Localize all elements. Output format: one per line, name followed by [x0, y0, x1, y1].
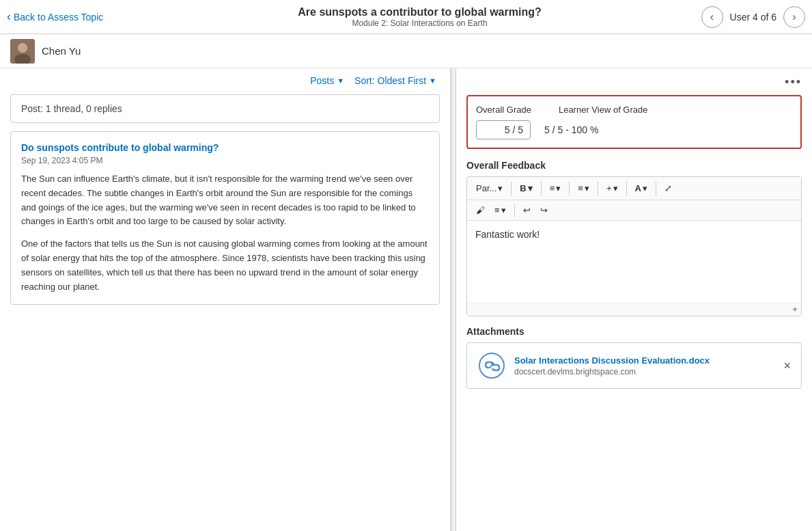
- undo-icon: ↩: [523, 205, 531, 215]
- toolbar-sep-4: [598, 182, 598, 195]
- sort-dropdown-arrow-icon: ▼: [429, 77, 436, 85]
- attachment-close-button[interactable]: ×: [783, 359, 791, 373]
- feedback-editor: Par... ▾ B ▾ ≡ ▾: [466, 176, 802, 316]
- overall-grade-label: Overall Grade: [476, 105, 531, 115]
- sort-filter-button[interactable]: Sort: Oldest First ▼: [354, 75, 436, 86]
- post-date: Sep 19, 2023 4:05 PM: [21, 156, 429, 165]
- post-summary: Post: 1 thread, 0 replies: [10, 94, 440, 123]
- toolbar-group-align: ≡ ▾: [546, 181, 565, 195]
- toolbar-align-button[interactable]: ≡ ▾: [546, 181, 565, 195]
- toolbar-bold-button[interactable]: B ▾: [516, 181, 535, 195]
- left-panel: Posts ▼ Sort: Oldest First ▼ Post: 1 thr…: [0, 68, 451, 531]
- attachment-name-link[interactable]: Solar Interactions Discussion Evaluation…: [514, 355, 775, 366]
- par-label: Par...: [476, 183, 496, 193]
- more-options-icon: •••: [785, 75, 802, 89]
- toolbar-font-button[interactable]: A ▾: [632, 181, 651, 195]
- grade-input[interactable]: [476, 120, 531, 139]
- filter-bar: Posts ▼ Sort: Oldest First ▼: [10, 75, 440, 86]
- toolbar-sep-2: [541, 182, 542, 195]
- more-options-button[interactable]: •••: [785, 75, 802, 90]
- toolbar-sep-1: [511, 182, 512, 195]
- post-summary-text: Post: 1 thread, 0 replies: [21, 103, 122, 114]
- subtitle: Module 2: Solar Interactions on Earth: [143, 18, 696, 28]
- avatar-image: [10, 39, 35, 64]
- toolbar-sep-3: [569, 182, 570, 195]
- right-panel: ••• Overall Grade Learner View of Grade …: [456, 68, 812, 531]
- svg-point-1: [18, 43, 27, 53]
- avatar-svg: [10, 39, 35, 64]
- toolbar-paragraph-button[interactable]: Par... ▾: [473, 181, 506, 195]
- toolbar-sep-7: [514, 204, 515, 217]
- next-user-button[interactable]: ›: [783, 6, 805, 28]
- header: ‹ Back to Assess Topic Are sunspots a co…: [0, 0, 812, 34]
- fullscreen-icon: ⤢: [664, 183, 672, 193]
- sort-label: Sort: Oldest First: [354, 75, 426, 86]
- next-icon: ›: [792, 11, 796, 23]
- back-label: Back to Assess Topic: [14, 12, 103, 23]
- list-dropdown-icon: ▾: [585, 183, 589, 193]
- insert-dropdown-icon: ▾: [613, 183, 618, 193]
- back-to-assess-link[interactable]: ‹ Back to Assess Topic: [7, 10, 143, 24]
- redo-icon: ↪: [540, 205, 548, 215]
- align-dropdown-icon: ▾: [556, 183, 561, 193]
- prev-user-button[interactable]: ‹: [701, 6, 723, 28]
- avatar: [10, 39, 35, 64]
- plus-icon: +: [606, 183, 612, 193]
- toolbar-sep-5: [626, 182, 627, 195]
- attachments-label: Attachments: [466, 326, 802, 337]
- editor-resize-handle[interactable]: ✦: [467, 303, 801, 316]
- header-title-block: Are sunspots a contributor to global war…: [143, 6, 696, 28]
- posts-filter-button[interactable]: Posts ▼: [310, 75, 344, 86]
- toolbar-sep-6: [656, 182, 656, 195]
- post-paragraph-1: The Sun can influence Earth's climate, b…: [21, 172, 429, 229]
- chevron-left-icon: ‹: [7, 10, 11, 24]
- list-icon: ≡: [578, 183, 583, 193]
- paint-icon: 🖌: [476, 205, 485, 215]
- toolbar-fullscreen-button[interactable]: ⤢: [661, 181, 675, 195]
- attachment-url: docscert.devlms.brightspace.com: [514, 367, 636, 377]
- prev-icon: ‹: [710, 11, 714, 23]
- toolbar-insert-button[interactable]: + ▾: [603, 181, 621, 195]
- user-count: User 4 of 6: [730, 12, 776, 23]
- post-body: The Sun can influence Earth's climate, b…: [21, 172, 429, 294]
- toolbar-group-bold: B ▾: [516, 181, 535, 195]
- align-icon: ≡: [550, 183, 555, 193]
- close-icon: ×: [783, 359, 791, 372]
- toolbar-redo-button[interactable]: ↪: [537, 203, 551, 217]
- toolbar-undo-button[interactable]: ↩: [520, 203, 534, 217]
- resize-icon: ✦: [792, 305, 798, 314]
- toolbar-group-font: A ▾: [632, 181, 651, 195]
- toolbar-paint-button[interactable]: 🖌: [473, 203, 488, 217]
- editor-body[interactable]: Fantastic work!: [467, 221, 801, 303]
- font-dropdown-icon: ▾: [643, 183, 647, 193]
- toolbar-group-list: ≡ ▾: [574, 181, 593, 195]
- toolbar-group-par: Par... ▾: [473, 181, 506, 195]
- toolbar-group-insert: + ▾: [603, 181, 621, 195]
- more-options-area: •••: [466, 75, 802, 90]
- overall-feedback-label: Overall Feedback: [466, 160, 802, 171]
- posts-label: Posts: [310, 75, 334, 86]
- post-title-link[interactable]: Do sunspots contribute to global warming…: [21, 142, 219, 153]
- header-nav: ‹ User 4 of 6 ›: [696, 6, 805, 28]
- bold-dropdown-icon: ▾: [528, 183, 533, 193]
- attachment-link-icon: [477, 351, 506, 380]
- grade-labels: Overall Grade Learner View of Grade: [476, 105, 792, 115]
- grade-section: Overall Grade Learner View of Grade 5 / …: [466, 95, 802, 149]
- toolbar-list-button[interactable]: ≡ ▾: [574, 181, 593, 195]
- posts-dropdown-arrow-icon: ▼: [337, 77, 344, 85]
- user-bar: Chen Yu: [0, 34, 812, 68]
- post-card: Do sunspots contribute to global warming…: [10, 131, 440, 305]
- post-paragraph-2: One of the factors that tells us the Sun…: [21, 237, 429, 294]
- learner-grade-text: 5 / 5 - 100 %: [544, 124, 598, 135]
- indent-dropdown-icon: ▾: [501, 205, 506, 215]
- toolbar-group-fullscreen: ⤢: [661, 181, 675, 195]
- font-icon: A: [635, 183, 641, 193]
- attachment-card: Solar Interactions Discussion Evaluation…: [466, 342, 802, 389]
- grade-inputs: 5 / 5 - 100 %: [476, 120, 792, 139]
- indent-icon: ≡: [494, 205, 500, 215]
- user-name: Chen Yu: [42, 45, 81, 57]
- main-content: Posts ▼ Sort: Oldest First ▼ Post: 1 thr…: [0, 68, 812, 531]
- toolbar-indent-button[interactable]: ≡ ▾: [491, 203, 509, 217]
- vertical-divider[interactable]: [451, 68, 456, 531]
- attachment-info: Solar Interactions Discussion Evaluation…: [514, 355, 775, 377]
